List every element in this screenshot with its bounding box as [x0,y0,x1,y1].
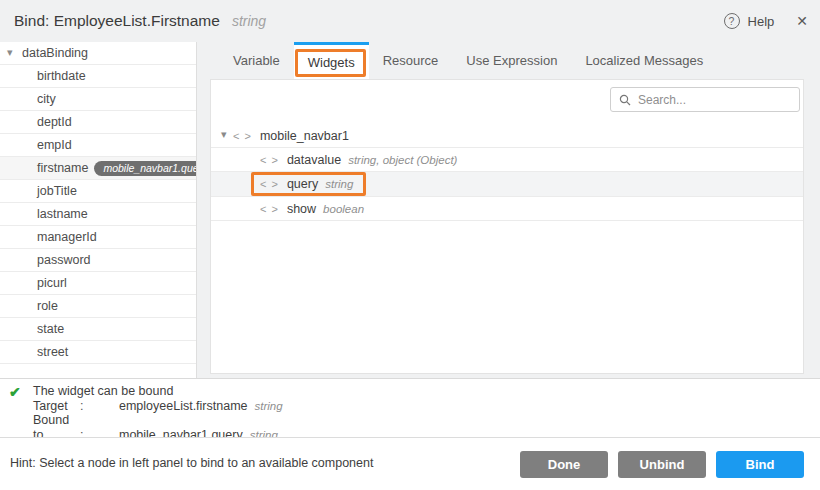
sidebar-item-lastname[interactable]: lastname [0,203,196,226]
bind-dialog: Bind: EmployeeList.Firstname string ? He… [0,0,820,490]
highlight-annotation-box: < > query string [251,172,366,196]
sidebar-item-label: city [37,92,56,106]
collapse-caret-icon[interactable]: ▾ [7,46,13,59]
data-binding-panel: ▾ dataBinding birthdate city deptId empI… [0,42,197,378]
code-icon: < > [260,178,279,190]
help-link[interactable]: Help [748,14,775,29]
tree-node-type: string, object (Object) [348,154,457,166]
widgets-tab-content: ▾ < > mobile_navbar1 < > datavalue strin… [210,79,804,374]
status-body: The widget can be bound Target:employeeL… [33,379,820,442]
binding-badge: mobile_navbar1.query [94,161,197,176]
sidebar-item-firstname[interactable]: firstname mobile_navbar1.query [0,157,196,180]
status-separator: : [80,399,119,414]
tab-label: Resource [383,53,439,68]
page-title: Bind: EmployeeList.Firstname [14,12,220,30]
tab-localized-messages[interactable]: Localized Messages [571,42,717,79]
sidebar-item-label: role [37,299,58,313]
sidebar-item-label: lastname [37,207,88,221]
sidebar-root-label: dataBinding [22,46,88,60]
binding-status-panel: ✔ The widget can be bound Target:employe… [0,378,820,437]
expand-caret-icon[interactable]: ▾ [221,128,227,141]
page-title-type: string [232,13,266,29]
sidebar-item-databinding[interactable]: ▾ dataBinding [0,42,196,65]
widget-tree: ▾ < > mobile_navbar1 < > datavalue strin… [211,124,803,221]
sidebar-item-deptid[interactable]: deptId [0,111,196,134]
dialog-footer: Hint: Select a node in left panel to bin… [0,437,820,490]
sidebar-item-label: empId [37,138,72,152]
help-icon[interactable]: ? [724,13,740,29]
done-button[interactable]: Done [520,451,608,478]
sidebar-item-street[interactable]: street [0,341,196,364]
sidebar-item-cutoff [0,364,196,377]
code-icon: < > [233,130,252,142]
tree-node-label: show [287,202,316,216]
dialog-header: Bind: EmployeeList.Firstname string ? He… [0,0,820,42]
sidebar-item-label: deptId [37,115,72,129]
search-input[interactable] [636,92,799,108]
sidebar-item-label: street [37,345,68,359]
tab-label: Widgets [308,55,355,70]
search-box[interactable] [610,87,800,112]
sidebar-item-state[interactable]: state [0,318,196,341]
tab-resource[interactable]: Resource [369,42,453,79]
tree-node-type: string [325,178,353,190]
sidebar-item-city[interactable]: city [0,88,196,111]
sidebar-item-role[interactable]: role [0,295,196,318]
bind-button[interactable]: Bind [716,451,804,478]
tree-node-label: datavalue [287,153,341,167]
header-actions: ? Help ✕ [724,0,808,42]
sidebar-item-label: jobTitle [37,184,77,198]
status-target-row: Target:employeeList.firstnamestring [33,399,820,414]
hint-text: Hint: Select a node in left panel to bin… [10,456,373,470]
unbind-button[interactable]: Unbind [618,451,706,478]
tab-label: Variable [233,53,280,68]
sidebar-item-picurl[interactable]: picurl [0,272,196,295]
tab-label: Use Expression [466,53,557,68]
sidebar-item-jobtitle[interactable]: jobTitle [0,180,196,203]
check-icon: ✔ [9,384,21,400]
tab-use-expression[interactable]: Use Expression [452,42,571,79]
sidebar-item-managerid[interactable]: managerId [0,226,196,249]
code-icon: < > [260,203,279,215]
sidebar-item-birthdate[interactable]: birthdate [0,65,196,88]
tab-label: Localized Messages [585,53,703,68]
tree-node-type: boolean [323,203,364,215]
tab-variable[interactable]: Variable [219,42,294,79]
tree-node-show[interactable]: < > show boolean [211,197,803,221]
main-panel: Variable Widgets Resource Use Expression… [197,42,820,378]
sidebar-item-label: password [37,253,91,267]
tree-node-label: query [287,177,318,191]
status-value: employeeList.firstname [119,399,248,413]
sidebar-item-label: managerId [37,230,97,244]
tab-bar: Variable Widgets Resource Use Expression… [197,42,820,79]
status-value-type: string [255,400,283,412]
sidebar-item-empid[interactable]: empId [0,134,196,157]
sidebar-item-label: state [37,322,64,336]
sidebar-item-label: picurl [37,276,67,290]
code-icon: < > [260,154,279,166]
tab-widgets[interactable]: Widgets [294,42,369,79]
close-icon[interactable]: ✕ [796,13,808,29]
tree-node-datavalue[interactable]: < > datavalue string, object (Object) [211,148,803,172]
tree-node-query[interactable]: < > query string [211,172,803,197]
tree-node-label: mobile_navbar1 [260,129,349,143]
search-icon [619,94,631,106]
status-label: Target [33,399,80,414]
sidebar-item-password[interactable]: password [0,249,196,272]
sidebar-item-label: firstname [37,161,88,175]
status-message: The widget can be bound [33,384,820,399]
sidebar-item-label: birthdate [37,69,86,83]
tree-node-mobile-navbar1[interactable]: ▾ < > mobile_navbar1 [211,124,803,148]
